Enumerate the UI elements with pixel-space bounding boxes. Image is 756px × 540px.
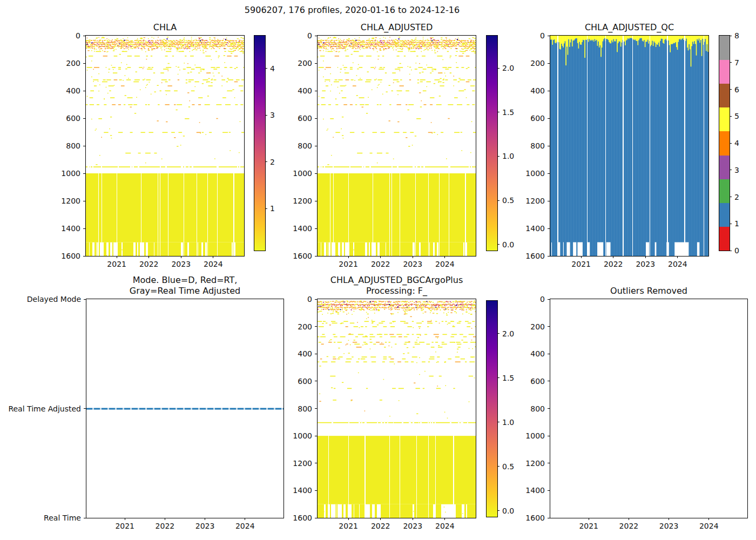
colorbar-tick [497, 112, 500, 112]
y-tick [315, 490, 317, 491]
colorbar-tick-label: 1.0 [502, 418, 526, 427]
x-tick [444, 518, 445, 520]
colorbar-segment [719, 179, 730, 203]
colorbar-tick [730, 62, 732, 63]
colorbar-tick [265, 208, 267, 209]
heatmap-chla-adjusted [318, 36, 476, 256]
x-tick-label: 2023 [650, 522, 688, 530]
colorbar-tick [497, 244, 500, 245]
y-tick-label: 600 [514, 114, 545, 123]
panel-title-mode: Mode. Blue=D, Red=RT, Gray=Real Time Adj… [54, 275, 316, 296]
x-tick [348, 256, 349, 258]
y-tick-label: 0 [281, 295, 312, 303]
y-tick-label: 400 [514, 350, 545, 358]
axes-mode: Mode. Blue=D, Red=RT, Gray=Real Time Adj… [86, 299, 284, 518]
y-tick-label: 800 [514, 405, 545, 413]
colorbar-segment [719, 83, 730, 107]
x-tick [165, 518, 165, 520]
y-tick-label: 200 [49, 59, 80, 68]
x-tick-label: 2022 [146, 522, 184, 530]
colorbar-tick [730, 251, 732, 251]
y-tick-label: 200 [514, 59, 545, 68]
colorbar-tick [497, 422, 500, 422]
y-tick-label: 1200 [514, 460, 545, 468]
heatmap-chla-adjusted-qc [550, 36, 708, 256]
panel-title-bgcargoplus: CHLA_ADJUSTED_BGCArgoPlus Processing: F_ [285, 275, 508, 296]
figure-suptitle: 5906207, 176 profiles, 2020-01-16 to 202… [82, 5, 622, 15]
y-tick [548, 299, 550, 300]
x-tick [245, 518, 245, 520]
panel-title-outliers-removed: Outliers Removed [518, 286, 756, 296]
x-tick-label: 2024 [690, 522, 728, 530]
colorbar-qc: 012345678 [719, 35, 730, 251]
y-tick-label: 1600 [281, 514, 312, 522]
panel-title-chla: CHLA [53, 22, 276, 33]
figure: 5906207, 176 profiles, 2020-01-16 to 202… [0, 0, 756, 540]
x-tick [380, 518, 381, 520]
x-tick-label: 2021 [106, 522, 144, 530]
y-tick [83, 36, 85, 36]
colorbar-tick [730, 197, 732, 197]
y-tick [548, 173, 550, 174]
y-tick-label: Real Time Adjusted [0, 405, 81, 413]
y-tick [83, 201, 85, 201]
y-tick [548, 381, 550, 381]
y-tick [315, 408, 317, 409]
y-tick [315, 201, 317, 201]
colorbar-tick [265, 161, 267, 162]
y-tick-label: 200 [281, 323, 312, 331]
y-tick-label: 600 [281, 377, 312, 386]
y-tick [84, 299, 86, 300]
y-tick [548, 201, 550, 201]
y-tick-label: Delayed Mode [0, 295, 81, 303]
y-tick-label: 400 [49, 87, 80, 95]
colorbar-tick [497, 510, 500, 511]
colorbar-tick [497, 466, 500, 467]
y-tick-label: 0 [514, 32, 545, 40]
y-tick [315, 518, 317, 518]
y-tick [83, 91, 85, 91]
x-tick [117, 256, 117, 258]
y-tick-label: 400 [514, 87, 545, 95]
y-tick [315, 63, 317, 64]
y-tick-label: 1200 [281, 460, 312, 468]
y-tick [548, 256, 550, 256]
colorbar-tick-label: 0.0 [502, 241, 526, 249]
y-tick-label: 1400 [514, 225, 545, 233]
y-tick-label: 1000 [514, 170, 545, 178]
colorbar-tick [265, 115, 267, 116]
y-tick [548, 36, 550, 36]
y-tick-label: 1000 [514, 432, 545, 440]
colorbar-chla: 1234 [254, 35, 266, 251]
x-tick [413, 256, 413, 258]
colorbar-tick-label: 8 [734, 32, 756, 40]
x-tick [205, 518, 205, 520]
y-tick-label: 200 [281, 59, 312, 68]
x-tick [613, 256, 613, 258]
colorbar-tick [730, 116, 732, 117]
y-tick [315, 173, 317, 174]
y-tick [84, 518, 86, 518]
y-tick-label: 1200 [49, 197, 80, 205]
y-tick [548, 408, 550, 409]
x-tick [677, 256, 678, 258]
colorbar-tick [497, 68, 500, 69]
y-tick [315, 256, 317, 256]
heatmap-chla [86, 36, 244, 256]
y-tick-label: 1600 [514, 514, 545, 522]
y-tick [84, 408, 86, 409]
colorbar-tick [730, 143, 732, 144]
y-tick-label: 1000 [281, 432, 312, 440]
y-tick-label: 800 [49, 142, 80, 150]
colorbar-tick-label: 0 [734, 247, 756, 255]
axes-chla-adjusted-qc: CHLA_ADJUSTED_QC 20212022202320240200400… [550, 35, 709, 256]
colorbar-tick-label: 4 [734, 139, 756, 147]
colorbar-bgc: 0.00.51.01.52.0 [486, 300, 498, 517]
y-tick-label: 400 [281, 87, 312, 95]
y-tick-label: 600 [49, 114, 80, 123]
y-tick [548, 436, 550, 436]
y-tick-label: 0 [514, 295, 545, 303]
y-tick-label: 1200 [281, 197, 312, 205]
y-tick-label: 0 [281, 32, 312, 40]
x-tick-label: 2024 [426, 522, 464, 530]
